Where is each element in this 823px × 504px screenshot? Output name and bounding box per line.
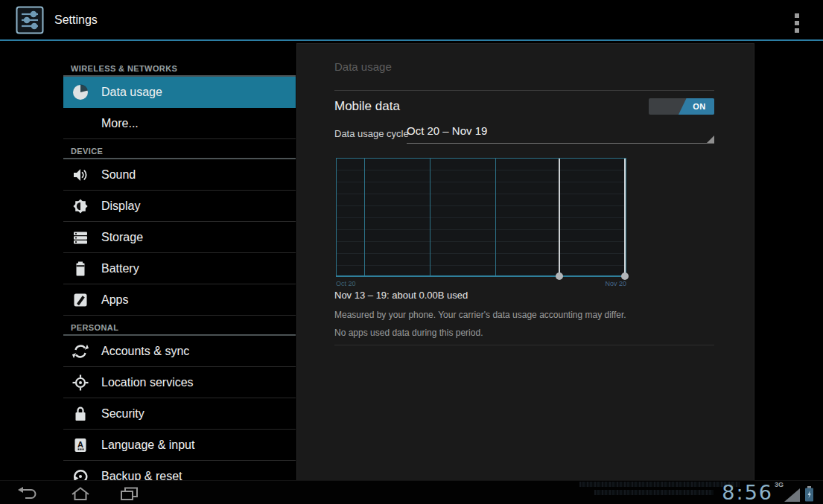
svg-text:A: A bbox=[77, 439, 83, 448]
cycle-spinner-underline bbox=[407, 143, 714, 144]
sync-icon bbox=[71, 342, 90, 361]
sound-icon bbox=[71, 165, 90, 185]
chart-gridline bbox=[430, 159, 430, 276]
sidebar-item-display[interactable]: Display bbox=[63, 191, 296, 222]
sidebar-item-label: Battery bbox=[101, 262, 139, 275]
apps-icon bbox=[71, 290, 90, 310]
range-slider-start[interactable] bbox=[559, 159, 560, 276]
android-settings-screen: Settings WIRELESS & NETWORKS Data usage … bbox=[0, 0, 823, 504]
sidebar-item-security[interactable]: Security bbox=[63, 398, 296, 430]
lock-icon bbox=[71, 404, 90, 424]
panel-title: Data usage bbox=[334, 60, 392, 73]
sidebar-item-location-services[interactable]: Location services bbox=[63, 367, 296, 398]
display-icon bbox=[71, 197, 90, 216]
data-usage-icon bbox=[71, 83, 90, 102]
action-bar: Settings bbox=[0, 0, 823, 41]
settings-app-icon bbox=[16, 6, 44, 34]
notification-ticker bbox=[579, 482, 740, 498]
sidebar-item-label: Language & input bbox=[101, 438, 194, 452]
location-icon bbox=[71, 373, 90, 392]
measurement-note: Measured by your phone. Your carrier's d… bbox=[334, 310, 626, 320]
sidebar-item-battery[interactable]: Battery bbox=[63, 253, 296, 284]
chart-gridline bbox=[495, 159, 496, 276]
status-cluster[interactable]: 8:56 3G bbox=[722, 481, 814, 503]
network-type-label: 3G bbox=[775, 481, 784, 488]
usage-summary-text: Nov 13 – 19: about 0.00B used bbox=[334, 290, 468, 301]
page-title: Settings bbox=[54, 13, 98, 27]
sidebar-item-label: Apps bbox=[101, 293, 128, 307]
range-slider-end[interactable] bbox=[624, 159, 626, 276]
home-button[interactable] bbox=[66, 484, 95, 503]
signal-triangle-icon bbox=[784, 488, 800, 502]
battery-status-icon bbox=[804, 486, 814, 502]
recents-button[interactable] bbox=[115, 484, 144, 503]
sidebar-item-label: More... bbox=[101, 117, 139, 130]
data-usage-chart bbox=[336, 158, 626, 277]
sidebar-item-label: Location services bbox=[101, 376, 194, 389]
sidebar-item-label: Sound bbox=[101, 168, 136, 182]
mobile-data-label: Mobile data bbox=[334, 99, 400, 114]
sidebar-item-accounts-sync[interactable]: Accounts & sync bbox=[63, 336, 296, 367]
storage-icon bbox=[71, 228, 90, 247]
sidebar-item-more[interactable]: More... bbox=[63, 108, 296, 139]
chart-end-label: Nov 20 bbox=[336, 280, 626, 287]
toggle-on-state: ON bbox=[679, 98, 714, 115]
slider-knob[interactable] bbox=[621, 272, 629, 280]
sidebar-item-label: Data usage bbox=[101, 86, 162, 99]
data-usage-cycle-value[interactable]: Oct 20 – Nov 19 bbox=[407, 124, 487, 137]
sidebar-item-label: Display bbox=[101, 200, 140, 213]
settings-sidebar: WIRELESS & NETWORKS Data usage More... D… bbox=[63, 46, 296, 492]
spinner-dropdown-icon[interactable] bbox=[707, 135, 714, 143]
signal-indicator: 3G bbox=[776, 482, 800, 502]
section-header-wireless: WIRELESS & NETWORKS bbox=[63, 46, 296, 77]
divider bbox=[334, 90, 714, 91]
sidebar-item-apps[interactable]: Apps bbox=[63, 284, 296, 316]
slider-knob[interactable] bbox=[556, 272, 563, 280]
chart-x-axis bbox=[336, 275, 626, 277]
data-usage-panel: Data usage Mobile data ON Data usage cyc… bbox=[296, 43, 754, 482]
sidebar-item-sound[interactable]: Sound bbox=[63, 159, 296, 191]
sidebar-item-label: Storage bbox=[101, 231, 143, 244]
divider bbox=[334, 345, 714, 345]
status-clock: 8:56 bbox=[722, 482, 773, 503]
sidebar-item-language-input[interactable]: A Language & input bbox=[63, 430, 296, 461]
chart-gridline bbox=[364, 159, 365, 276]
apps-usage-note: No apps used data during this period. bbox=[334, 328, 483, 338]
overflow-menu-icon[interactable] bbox=[792, 10, 802, 36]
sidebar-item-label: Accounts & sync bbox=[101, 345, 189, 358]
battery-icon bbox=[71, 259, 90, 278]
system-bar: 8:56 3G bbox=[0, 480, 823, 504]
data-usage-cycle-label: Data usage cycle bbox=[334, 128, 409, 139]
sidebar-item-storage[interactable]: Storage bbox=[63, 222, 296, 253]
section-header-device: DEVICE bbox=[63, 139, 296, 159]
mobile-data-toggle[interactable]: ON bbox=[649, 98, 714, 115]
sidebar-item-label: Security bbox=[101, 407, 144, 421]
section-header-personal: PERSONAL bbox=[63, 316, 296, 336]
back-button[interactable] bbox=[12, 484, 42, 503]
sidebar-item-data-usage[interactable]: Data usage bbox=[63, 77, 296, 108]
language-icon: A bbox=[71, 436, 90, 455]
